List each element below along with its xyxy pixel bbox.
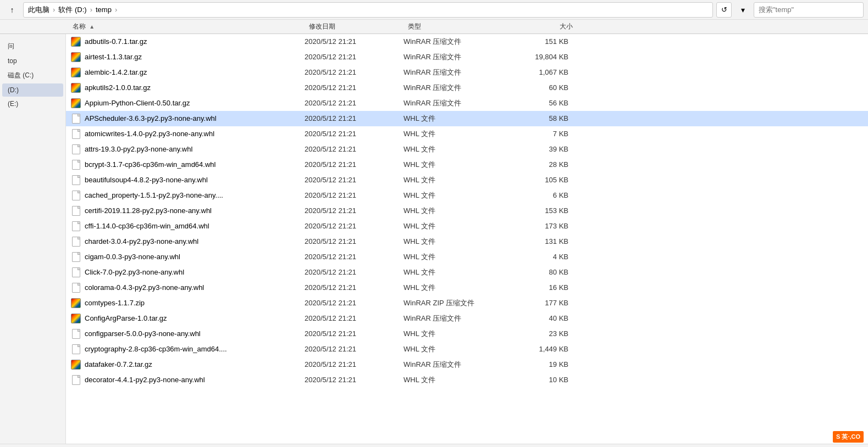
rar-icon [70,298,81,309]
table-row[interactable]: cached_property-1.5.1-py2.py3-none-any..… [66,188,868,203]
rar-icon [70,67,81,78]
table-row[interactable]: Click-7.0-py2.py3-none-any.whl2020/5/12 … [66,265,868,280]
rar-icon [70,359,81,370]
file-name: datafaker-0.7.2.tar.gz [85,360,305,368]
file-date: 2020/5/12 21:21 [305,160,403,169]
sidebar-item[interactable]: (D:) [2,83,63,97]
file-date: 2020/5/12 21:21 [305,206,403,215]
file-type: WHL 文件 [403,114,513,124]
file-name: bcrypt-3.1.7-cp36-cp36m-win_amd64.whl [85,160,305,169]
file-date: 2020/5/12 21:21 [305,68,403,76]
table-row[interactable]: attrs-19.3.0-py2.py3-none-any.whl2020/5/… [66,142,868,157]
col-header-date[interactable]: 修改日期 [309,22,408,31]
file-size: 16 KB [513,283,579,292]
file-size: 4 KB [513,253,579,261]
file-type: WinRAR 压缩文件 [403,83,513,93]
table-row[interactable]: airtest-1.1.3.tar.gz2020/5/12 21:21WinRA… [66,49,868,65]
file-name: atomicwrites-1.4.0-py2.py3-none-any.whl [85,130,305,138]
nav-up-button[interactable]: ↑ [4,2,20,18]
file-type: WHL 文件 [403,160,513,170]
whl-icon [70,190,81,201]
file-date: 2020/5/12 21:21 [305,299,403,307]
file-size: 153 KB [513,206,579,215]
sidebar-item[interactable]: 问 [2,39,63,54]
file-name: Click-7.0-py2.py3-none-any.whl [85,268,305,276]
rar-icon [70,313,81,324]
whl-icon [70,175,81,186]
file-type: WinRAR 压缩文件 [403,68,513,77]
whl-icon [70,252,81,262]
table-row[interactable]: atomicwrites-1.4.0-py2.py3-none-any.whl2… [66,126,868,142]
file-name: apkutils2-1.0.0.tar.gz [85,83,305,92]
file-name: attrs-19.3.0-py2.py3-none-any.whl [85,145,305,153]
file-date: 2020/5/12 21:21 [305,222,403,230]
whl-icon [70,128,81,139]
table-row[interactable]: datafaker-0.7.2.tar.gz2020/5/12 21:21Win… [66,357,868,372]
file-date: 2020/5/12 21:21 [305,130,403,138]
sidebar: 问top磁盘 (C:)(D:)(E:) [0,34,66,444]
table-row[interactable]: Appium-Python-Client-0.50.tar.gz2020/5/1… [66,96,868,111]
sort-arrow: ▲ [89,24,95,30]
table-row[interactable]: cffi-1.14.0-cp36-cp36m-win_amd64.whl2020… [66,219,868,234]
table-row[interactable]: ConfigArgParse-1.0.tar.gz2020/5/12 21:21… [66,311,868,326]
table-row[interactable]: cigam-0.0.3-py3-none-any.whl2020/5/12 21… [66,249,868,265]
whl-icon [70,344,81,355]
file-size: 10 KB [513,376,579,384]
col-header-type[interactable]: 类型 [408,22,518,31]
file-size: 131 KB [513,237,579,245]
rar-icon [70,98,81,109]
nav-buttons: ↑ [4,2,20,18]
file-date: 2020/5/12 21:21 [305,376,403,384]
table-row[interactable]: apkutils2-1.0.0.tar.gz2020/5/12 21:21Win… [66,80,868,96]
refresh-button[interactable]: ↺ [716,2,732,18]
file-type: WinRAR 压缩文件 [403,314,513,323]
table-row[interactable]: certifi-2019.11.28-py2.py3-none-any.whl2… [66,203,868,219]
table-row[interactable]: chardet-3.0.4-py2.py3-none-any.whl2020/5… [66,234,868,249]
whl-icon [70,375,81,385]
file-size: 6 KB [513,191,579,199]
table-row[interactable]: alembic-1.4.2.tar.gz2020/5/12 21:21WinRA… [66,65,868,80]
file-size: 40 KB [513,314,579,322]
col-header-name[interactable]: 名称 ▲ [73,22,309,31]
file-size: 19 KB [513,360,579,368]
file-size: 1,067 KB [513,68,579,76]
table-row[interactable]: beautifulsoup4-4.8.2-py3-none-any.whl202… [66,172,868,188]
file-date: 2020/5/12 21:21 [305,268,403,276]
file-size: 19,804 KB [513,53,579,61]
table-row[interactable]: comtypes-1.1.7.zip2020/5/12 21:21WinRAR … [66,295,868,311]
whl-icon [70,328,81,339]
sidebar-item[interactable]: (E:) [2,97,63,110]
file-size: 80 KB [513,268,579,276]
file-date: 2020/5/12 21:21 [305,37,403,46]
table-row[interactable]: configparser-5.0.0-py3-none-any.whl2020/… [66,326,868,342]
sidebar-item[interactable]: top [2,54,63,68]
main-layout: 问top磁盘 (C:)(D:)(E:) adbutils-0.7.1.tar.g… [0,34,868,444]
whl-icon [70,282,81,293]
file-size: 151 KB [513,37,579,46]
table-row[interactable]: cryptography-2.8-cp36-cp36m-win_amd64...… [66,342,868,357]
file-type: WHL 文件 [403,375,513,385]
file-date: 2020/5/12 21:21 [305,99,403,107]
table-row[interactable]: decorator-4.4.1-py2.py3-none-any.whl2020… [66,372,868,388]
file-date: 2020/5/12 21:21 [305,176,403,184]
file-name: decorator-4.4.1-py2.py3-none-any.whl [85,376,305,384]
address-bar[interactable]: 此电脑 › 软件 (D:) › temp › [23,2,713,18]
table-row[interactable]: colorama-0.4.3-py2.py3-none-any.whl2020/… [66,280,868,295]
table-row[interactable]: adbutils-0.7.1.tar.gz2020/5/12 21:21WinR… [66,34,868,49]
file-type: WHL 文件 [403,267,513,277]
address-drive: 软件 (D:) [58,5,86,15]
file-size: 39 KB [513,145,579,153]
file-date: 2020/5/12 21:21 [305,329,403,338]
col-header-size[interactable]: 大小 [518,22,584,31]
file-date: 2020/5/12 21:21 [305,253,403,261]
search-input[interactable] [754,2,864,18]
file-type: WHL 文件 [403,144,513,154]
table-row[interactable]: bcrypt-3.1.7-cp36-cp36m-win_amd64.whl202… [66,157,868,172]
table-row[interactable]: APScheduler-3.6.3-py2.py3-none-any.whl20… [66,111,868,126]
file-name: Appium-Python-Client-0.50.tar.gz [85,99,305,107]
status-bar [0,444,868,447]
sidebar-item[interactable]: 磁盘 (C:) [2,68,63,83]
file-date: 2020/5/12 21:21 [305,345,403,353]
address-sep-2: › [90,5,92,14]
dropdown-button[interactable]: ▾ [735,2,750,18]
